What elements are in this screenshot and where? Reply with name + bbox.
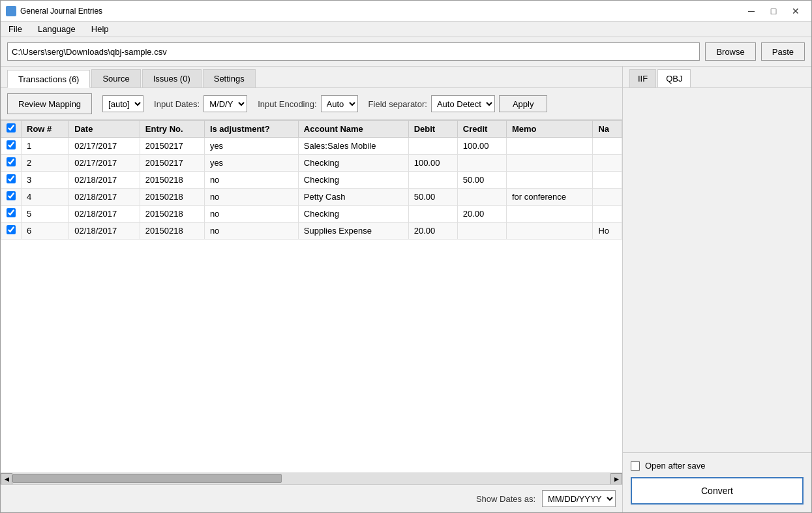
title-bar: General Journal Entries ─ □ ✕: [1, 1, 811, 22]
cell-date: 02/18/2017: [69, 206, 140, 223]
open-after-row: Open after save: [631, 461, 804, 471]
format-tab-iif[interactable]: IIF: [629, 69, 656, 87]
row-checkbox[interactable]: [7, 208, 16, 217]
row-checkbox-cell[interactable]: [1, 223, 22, 240]
row-checkbox[interactable]: [7, 157, 16, 166]
cell-entry: 20150218: [140, 172, 204, 189]
date-format-select[interactable]: MM/DD/YYYY: [542, 490, 616, 507]
tab-settings[interactable]: Settings: [203, 69, 256, 87]
header-memo: Memo: [506, 121, 593, 138]
row-checkbox-cell[interactable]: [1, 206, 22, 223]
row-checkbox-cell[interactable]: [1, 189, 22, 206]
tab-source[interactable]: Source: [91, 69, 140, 87]
table-header-row: Row # Date Entry No. Is adjustment? Acco…: [1, 121, 622, 138]
header-entry-no: Entry No.: [140, 121, 204, 138]
menu-language[interactable]: Language: [35, 23, 78, 35]
row-checkbox[interactable]: [7, 174, 16, 183]
header-checkbox[interactable]: [1, 121, 22, 138]
cell-memo: [506, 138, 593, 155]
show-dates-label: Show Dates as:: [476, 494, 535, 504]
minimize-button[interactable]: ─: [741, 3, 762, 19]
cell-memo: [506, 172, 593, 189]
row-checkbox[interactable]: [7, 140, 16, 149]
paste-button[interactable]: Paste: [761, 42, 805, 61]
field-separator-label: Field separator:: [368, 99, 427, 109]
open-after-save-checkbox[interactable]: [631, 461, 640, 471]
format-tab-qbj[interactable]: QBJ: [657, 69, 691, 87]
header-is-adjustment: Is adjustment?: [204, 121, 298, 138]
cell-na: [593, 155, 622, 172]
table-row: 5 02/18/2017 20150218 no Checking 20.00: [1, 206, 622, 223]
input-dates-group: Input Dates: M/D/Y: [154, 95, 247, 112]
row-checkbox[interactable]: [7, 225, 16, 234]
cell-debit: 20.00: [408, 223, 457, 240]
apply-button[interactable]: Apply: [499, 95, 548, 112]
cell-date: 02/18/2017: [69, 189, 140, 206]
scroll-left-arrow[interactable]: ◀: [1, 473, 12, 485]
cell-memo: [506, 155, 593, 172]
content-area: Review Mapping [auto] Input Dates: M/D/Y…: [1, 88, 622, 485]
horizontal-scrollbar[interactable]: ◀ ▶: [1, 473, 622, 484]
cell-na: Ho: [593, 223, 622, 240]
open-after-save-label: Open after save: [645, 461, 706, 471]
table-body: 1 02/17/2017 20150217 yes Sales:Sales Mo…: [1, 138, 622, 240]
cell-debit: 100.00: [408, 155, 457, 172]
close-button[interactable]: ✕: [785, 3, 806, 19]
menu-file[interactable]: File: [6, 23, 25, 35]
cell-is-adj: yes: [204, 155, 298, 172]
table-container[interactable]: Row # Date Entry No. Is adjustment? Acco…: [1, 120, 622, 473]
cell-na: [593, 206, 622, 223]
table-row: 2 02/17/2017 20150217 yes Checking 100.0…: [1, 155, 622, 172]
right-panel: IIF QBJ Open after save Convert: [622, 67, 811, 512]
row-checkbox-cell[interactable]: [1, 155, 22, 172]
transactions-table: Row # Date Entry No. Is adjustment? Acco…: [1, 120, 622, 240]
format-tabs: IIF QBJ: [623, 67, 811, 88]
field-separator-select[interactable]: Auto Detect: [431, 95, 495, 112]
scroll-track[interactable]: [12, 473, 610, 485]
cell-row-num: 3: [22, 172, 69, 189]
cell-row-num: 1: [22, 138, 69, 155]
cell-entry: 20150217: [140, 138, 204, 155]
cell-credit: [457, 189, 506, 206]
tab-issues[interactable]: Issues (0): [142, 69, 202, 87]
scroll-right-arrow[interactable]: ▶: [610, 473, 622, 485]
table-row: 3 02/18/2017 20150218 no Checking 50.00: [1, 172, 622, 189]
select-all-checkbox[interactable]: [7, 123, 16, 132]
review-mapping-button[interactable]: Review Mapping: [7, 93, 92, 114]
header-credit: Credit: [457, 121, 506, 138]
cell-account: Checking: [298, 155, 408, 172]
header-date: Date: [69, 121, 140, 138]
file-path-input[interactable]: [7, 42, 700, 61]
cell-is-adj: no: [204, 172, 298, 189]
row-checkbox-cell[interactable]: [1, 172, 22, 189]
cell-account: Supplies Expense: [298, 223, 408, 240]
tab-transactions[interactable]: Transactions (6): [7, 70, 90, 88]
app-icon: [6, 6, 16, 16]
cell-memo: for conference: [506, 189, 593, 206]
cell-entry: 20150218: [140, 189, 204, 206]
row-checkbox-cell[interactable]: [1, 138, 22, 155]
input-encoding-select[interactable]: Auto: [321, 95, 358, 112]
row-checkbox[interactable]: [7, 191, 16, 200]
left-panel: Transactions (6) Source Issues (0) Setti…: [1, 67, 622, 512]
cell-entry: 20150218: [140, 206, 204, 223]
scroll-thumb[interactable]: [12, 474, 282, 483]
menu-bar: File Language Help: [1, 22, 811, 37]
browse-button[interactable]: Browse: [705, 42, 755, 61]
cell-credit: 20.00: [457, 206, 506, 223]
input-dates-select[interactable]: M/D/Y: [203, 95, 247, 112]
cell-row-num: 4: [22, 189, 69, 206]
cell-date: 02/17/2017: [69, 155, 140, 172]
maximize-button[interactable]: □: [763, 3, 784, 19]
file-row: Browse Paste: [1, 37, 811, 67]
format-select[interactable]: [auto]: [102, 95, 143, 112]
table-row: 6 02/18/2017 20150218 no Supplies Expens…: [1, 223, 622, 240]
cell-account: Sales:Sales Mobile: [298, 138, 408, 155]
convert-button[interactable]: Convert: [631, 477, 804, 505]
menu-help[interactable]: Help: [89, 23, 112, 35]
cell-debit: [408, 172, 457, 189]
window-title: General Journal Entries: [20, 7, 741, 16]
cell-entry: 20150217: [140, 155, 204, 172]
right-bottom: Open after save Convert: [623, 452, 811, 512]
main-window: General Journal Entries ─ □ ✕ File Langu…: [0, 0, 812, 513]
